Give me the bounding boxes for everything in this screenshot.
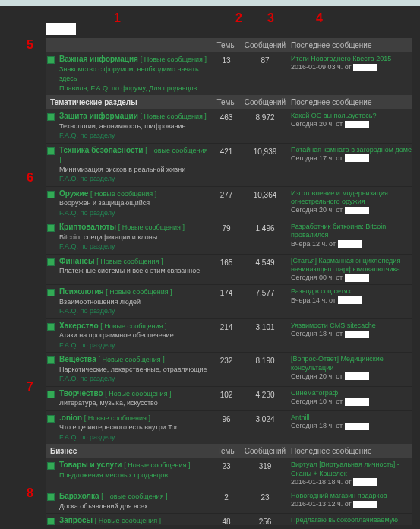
annotation-2: 2 bbox=[235, 11, 242, 25]
forum-title-link[interactable]: Криптовалюты bbox=[59, 223, 116, 231]
forum-post-count: 10,364 bbox=[242, 189, 288, 199]
last-post-meta: Вчера 12 ч. от bbox=[291, 240, 338, 248]
forum-topic-count: 463 bbox=[210, 112, 242, 122]
forum-title-link[interactable]: Товары и услуги bbox=[59, 461, 122, 469]
forum-main: Запросы [ Новые сообщения ]Мониторинг сп… bbox=[56, 516, 210, 525]
forum-last-post: СинематографСегодня 10 ч. от bbox=[288, 389, 412, 407]
category-header: Тематические разделыТемыСообщенийПоследн… bbox=[46, 95, 412, 109]
forum-row: Творчество [ Новые сообщения ]Литература… bbox=[46, 386, 412, 410]
last-post-meta: Сегодня 18 ч. от bbox=[291, 330, 345, 337]
forum-last-post: Разработчик биткоина: Bitcoin провалился… bbox=[288, 223, 412, 249]
forum-title-link[interactable]: Техника безопасности bbox=[59, 146, 144, 154]
annotation-7: 7 bbox=[27, 380, 33, 394]
forum-post-count: 8,190 bbox=[242, 355, 288, 365]
forum-topic-count: 23 bbox=[210, 461, 242, 470]
forum-title-link[interactable]: Важная информация bbox=[59, 55, 138, 63]
forum-title-link[interactable]: Защита информации bbox=[59, 112, 138, 120]
forum-desc2: Правила, F.A.Q. по форуму, Для продавцов bbox=[59, 84, 197, 92]
forum-main: .onion [ Новые сообщения ]Что еще интере… bbox=[56, 413, 210, 442]
forum-title-link[interactable]: .onion bbox=[59, 413, 82, 422]
forum-faq-link[interactable]: F.A.Q. по разделу bbox=[59, 341, 115, 349]
page-root: 1 2 3 4 5 6 7 8 ТемыСообщенийПоследнее с… bbox=[0, 0, 420, 529]
new-posts-link[interactable]: [ Новые сообщения ] bbox=[141, 112, 207, 120]
forum-main: Товары и услуги [ Новые сообщения ]Предл… bbox=[56, 461, 210, 480]
forum-last-post: [Вопрос-Ответ] Медицинские консультацииС… bbox=[288, 355, 412, 381]
last-post-title[interactable]: Итоги Новогоднего Квеста 2015 bbox=[291, 55, 391, 62]
category-header: БизнесТемыСообщенийПоследнее сообщение bbox=[46, 444, 412, 458]
last-post-title[interactable]: Изготовление и модернизация огнестрельно… bbox=[291, 189, 388, 205]
new-posts-link[interactable]: [ Новые сообщения ] bbox=[95, 517, 161, 524]
forum-last-post: AnthillСегодня 18 ч. от bbox=[288, 413, 412, 431]
forum-status-icon bbox=[46, 413, 56, 423]
forum-faq-link[interactable]: F.A.Q. по разделу bbox=[59, 175, 115, 182]
forum-last-post: Изготовление и модернизация огнестрельно… bbox=[288, 189, 412, 215]
forum-faq-link[interactable]: F.A.Q. по разделу bbox=[59, 242, 115, 250]
last-post-meta: Сегодня 20 ч. от bbox=[291, 372, 345, 380]
last-post-meta: Сегодня 20 ч. от bbox=[291, 206, 345, 214]
forum-desc: Наркотические, лекарственные, отравляющи… bbox=[59, 366, 207, 373]
forum-title-link[interactable]: Творчество bbox=[59, 389, 103, 398]
new-posts-link[interactable]: [ Новые сообщения ] bbox=[84, 414, 150, 422]
forum-title-link[interactable]: Финансы bbox=[59, 257, 94, 265]
forum-status-icon bbox=[46, 189, 56, 198]
last-post-title[interactable]: Новогодний магазин подарков bbox=[291, 492, 387, 499]
forum-faq-link[interactable]: F.A.Q. по разделу bbox=[59, 433, 115, 441]
redacted-username bbox=[345, 274, 369, 282]
last-post-title[interactable]: Развод в соц сетях bbox=[291, 287, 351, 295]
last-post-title[interactable]: Виртуал [Виртуальная личность] - Сканы +… bbox=[291, 461, 399, 477]
forum-topic-count: 277 bbox=[210, 189, 242, 199]
col-header-last: Последнее сообщение bbox=[288, 98, 412, 106]
col-header-topics: Темы bbox=[210, 41, 242, 49]
last-post-title[interactable]: Уязвимости CMS sitecache bbox=[291, 322, 376, 329]
forum-status-icon bbox=[46, 287, 56, 296]
forum-topic-count: 421 bbox=[210, 146, 242, 156]
last-post-title[interactable]: Разработчик биткоина: Bitcoin провалился bbox=[291, 223, 386, 239]
new-posts-link[interactable]: [ Новые сообщения ] bbox=[98, 356, 164, 363]
forum-last-post: Развод в соц сетяхВчера 14 ч. от bbox=[288, 287, 412, 305]
last-post-title[interactable]: Предлагаю высокооплачиваемую работу для … bbox=[291, 516, 398, 525]
annotation-8: 8 bbox=[27, 486, 33, 500]
forum-title-link[interactable]: Хакерство bbox=[59, 322, 99, 330]
forum-title-link[interactable]: Барахолка bbox=[59, 492, 99, 500]
forum-title-link[interactable]: Психология bbox=[59, 287, 104, 296]
forum-faq-link[interactable]: F.A.Q. по разделу bbox=[59, 209, 115, 217]
new-posts-link[interactable]: [ Новые сообщения ] bbox=[141, 55, 207, 63]
last-post-title[interactable]: Синематограф bbox=[291, 389, 338, 397]
new-posts-link[interactable]: [ Новые сообщения ] bbox=[90, 190, 156, 198]
new-posts-link[interactable]: [ Новые сообщения ] bbox=[118, 223, 185, 231]
annotation-1: 1 bbox=[114, 11, 121, 25]
forum-title-link[interactable]: Оружие bbox=[59, 189, 88, 198]
forum-desc: Знакомство с форумом, необходимо начать … bbox=[59, 65, 199, 83]
new-posts-link[interactable]: [ Новые сообщения ] bbox=[100, 322, 166, 330]
last-post-title[interactable]: [Статья] Карманная энциклопедия начинающ… bbox=[291, 257, 400, 273]
forum-post-count: 3,024 bbox=[242, 413, 288, 423]
forum-title-link[interactable]: Запросы bbox=[59, 516, 93, 524]
window-titlebar bbox=[0, 0, 420, 6]
new-posts-link[interactable]: [ Новые сообщения ] bbox=[106, 288, 172, 296]
forum-faq-link[interactable]: F.A.Q. по разделу bbox=[59, 131, 115, 139]
col-header-posts: Сообщений bbox=[242, 98, 288, 106]
forum-desc: Платежные системы и все с этим связанное bbox=[59, 267, 200, 274]
new-posts-link[interactable]: [ Новые сообщения ] bbox=[101, 493, 167, 500]
forum-faq-link[interactable]: F.A.Q. по разделу bbox=[59, 375, 115, 382]
col-header-last: Последнее сообщение bbox=[288, 41, 412, 49]
last-post-title[interactable]: Потайная комната в загородном доме bbox=[291, 146, 412, 154]
annotation-5: 5 bbox=[27, 38, 33, 52]
forum-post-count: 4,230 bbox=[242, 389, 288, 399]
forum-desc: Bitcoin, спецификации и клоны bbox=[59, 233, 157, 241]
new-posts-link[interactable]: [ Новые сообщения ] bbox=[96, 258, 163, 265]
forum-row: Запросы [ Новые сообщения ]Мониторинг сп… bbox=[46, 513, 412, 525]
last-post-title[interactable]: Какой ОС вы пользуетесь? bbox=[291, 112, 377, 119]
last-post-title[interactable]: [Вопрос-Ответ] Медицинские консультации bbox=[291, 355, 384, 371]
forum-title-link[interactable]: Вещества bbox=[59, 355, 96, 363]
forum-status-icon bbox=[46, 55, 56, 64]
last-post-meta: Сегодня 10 ч. от bbox=[291, 398, 345, 405]
new-posts-link[interactable]: [ Новые сообщения ] bbox=[105, 390, 171, 398]
forum-container: ТемыСообщенийПоследнее сообщениеВажная и… bbox=[46, 38, 412, 525]
forum-topic-count: 165 bbox=[210, 257, 242, 267]
forum-main: Финансы [ Новые сообщения ]Платежные сис… bbox=[56, 257, 210, 276]
forum-faq-link[interactable]: F.A.Q. по разделу bbox=[59, 307, 115, 315]
new-posts-link[interactable]: [ Новые сообщения ] bbox=[124, 461, 190, 469]
forum-row: Психология [ Новые сообщения ]Взаимоотно… bbox=[46, 284, 412, 318]
last-post-title[interactable]: Anthill bbox=[291, 413, 310, 421]
